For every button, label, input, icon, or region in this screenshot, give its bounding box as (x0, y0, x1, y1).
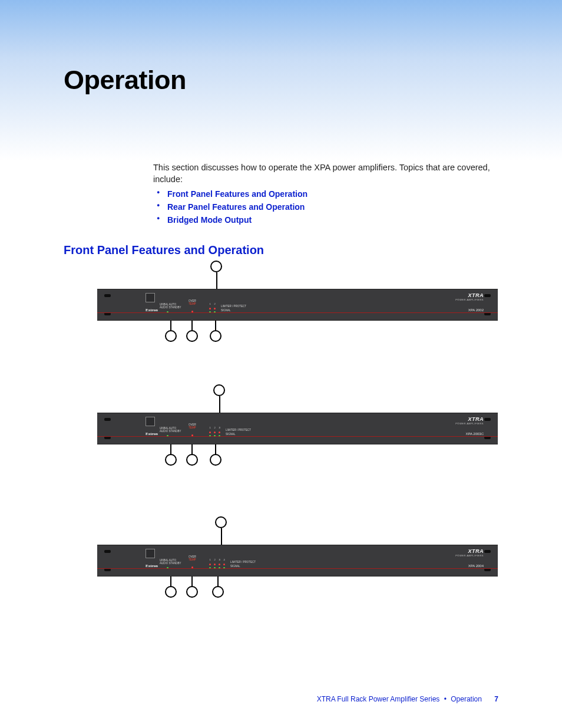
limiter-led-icon (219, 431, 220, 433)
extron-logo: Extron (146, 308, 158, 312)
channel-led-block: 1 2 (209, 302, 216, 313)
limiter-led-icon (223, 564, 225, 565)
limiter-label: LIMITER / PROTECT (226, 429, 251, 431)
limiter-label: LIMITER / PROTECT (230, 561, 256, 564)
callout-line (219, 396, 220, 413)
callout-bottom (210, 454, 222, 466)
signal-led-icon (209, 435, 211, 437)
callout-bottom (165, 454, 177, 466)
overtemp-led-icon (191, 566, 193, 568)
rack-ear-icon (104, 568, 111, 571)
energy-badge-icon (146, 549, 155, 558)
signal-led-icon (219, 567, 220, 569)
callout-bottom (212, 586, 224, 598)
rack-ear-icon (104, 550, 111, 553)
signal-led-icon (209, 567, 211, 569)
callout-top (210, 261, 222, 272)
energy-badge-icon (146, 293, 155, 302)
device-panel: UNBAL AUTO AUDIO STANDBY OVER TEMP 1 2 3… (97, 545, 498, 577)
callout-bottom (165, 330, 177, 342)
limiter-led-icon (209, 564, 211, 565)
over-temp-label: OVER TEMP (189, 300, 196, 306)
signal-led-icon (214, 567, 216, 569)
callout-top (215, 516, 227, 528)
signal-label: SIGNAL (230, 565, 240, 568)
device-panel: UNBAL AUTO AUDIO STANDBY OVER TEMP 1 2 3… (97, 413, 498, 444)
model-label: XPA 2002 (468, 308, 484, 312)
brand-logo: XTRA (468, 292, 484, 298)
brand-subtitle: POWER AMPLIFIERS (455, 422, 484, 425)
callout-top (213, 384, 225, 396)
rack-ear-icon (484, 294, 491, 297)
brand-logo: XTRA (468, 548, 484, 554)
callout-line (216, 272, 217, 289)
limiter-led-icon (209, 308, 211, 309)
model-label: XPA 2004 (468, 564, 484, 568)
callout-bottom (186, 454, 198, 466)
over-temp-label: OVER TEMP (189, 556, 196, 562)
limiter-led-icon (209, 431, 211, 433)
page-footer: XTRA Full Rack Power Amplifier Series • … (317, 695, 498, 703)
power-led-icon (167, 435, 168, 437)
footer-product: XTRA Full Rack Power Amplifier Series (317, 695, 440, 703)
power-led-icon (167, 311, 168, 313)
brand-subtitle: POWER AMPLIFIERS (455, 298, 484, 301)
overtemp-led-icon (191, 311, 193, 312)
footer-separator-icon: • (442, 695, 449, 703)
device-panel: UNBAL AUTO AUDIO STANDBY OVER TEMP 1 2 L… (97, 289, 498, 321)
callout-bottom (165, 586, 177, 598)
auto-standby-label: UNBAL AUTO AUDIO STANDBY (160, 304, 181, 309)
brand-logo: XTRA (468, 416, 484, 422)
callout-bottom (186, 330, 198, 342)
limiter-led-icon (214, 431, 216, 433)
signal-led-icon (209, 311, 211, 313)
toc-link-bridged-mode[interactable]: Bridged Mode Output (153, 213, 308, 226)
page-number: 7 (484, 695, 498, 703)
front-panel-diagram-xpa2003c: UNBAL AUTO AUDIO STANDBY OVER TEMP 1 2 3… (97, 413, 498, 444)
signal-led-icon (219, 435, 220, 437)
rack-ear-icon (104, 312, 111, 315)
toc-list: Front Panel Features and Operation Rear … (153, 187, 308, 226)
signal-led-icon (223, 567, 225, 569)
signal-label: SIGNAL (226, 433, 236, 436)
rack-ear-icon (104, 294, 111, 297)
extron-logo: Extron (146, 564, 158, 568)
rack-ear-icon (104, 418, 111, 421)
limiter-label: LIMITER / PROTECT (221, 305, 246, 308)
toc-link-front-panel[interactable]: Front Panel Features and Operation (153, 187, 308, 200)
channel-led-block: 1 2 3 (209, 426, 220, 437)
front-panel-diagram-xpa2002: UNBAL AUTO AUDIO STANDBY OVER TEMP 1 2 L… (97, 289, 498, 321)
auto-standby-label: UNBAL AUTO AUDIO STANDBY (160, 559, 181, 565)
rack-ear-icon (484, 312, 491, 315)
signal-led-icon (214, 311, 216, 313)
callout-bottom (186, 586, 198, 598)
footer-section: Operation (451, 695, 482, 703)
callout-line (221, 528, 222, 545)
auto-standby-label: UNBAL AUTO AUDIO STANDBY (160, 427, 181, 433)
limiter-led-icon (219, 564, 220, 565)
front-panel-diagram-xpa2004: UNBAL AUTO AUDIO STANDBY OVER TEMP 1 2 3… (97, 545, 498, 577)
rack-ear-icon (484, 568, 491, 571)
limiter-led-icon (214, 564, 216, 565)
limiter-led-icon (214, 308, 216, 309)
rack-ear-icon (484, 550, 491, 553)
rack-ear-icon (484, 418, 491, 421)
power-led-icon (167, 567, 168, 569)
over-temp-label: OVER TEMP (189, 424, 196, 430)
model-label: XPA 2003C (465, 432, 484, 436)
channel-led-block: 1 2 3 4 (209, 558, 225, 569)
energy-badge-icon (146, 417, 155, 426)
brand-subtitle: POWER AMPLIFIERS (455, 554, 484, 557)
page-title: Operation (64, 65, 186, 95)
intro-paragraph: This section discusses how to operate th… (153, 162, 507, 185)
rack-ear-icon (104, 436, 111, 439)
rack-ear-icon (484, 436, 491, 439)
section-heading: Front Panel Features and Operation (64, 243, 264, 257)
overtemp-led-icon (191, 434, 193, 436)
toc-link-rear-panel[interactable]: Rear Panel Features and Operation (153, 200, 308, 213)
signal-label: SIGNAL (221, 309, 231, 312)
callout-bottom (210, 330, 222, 342)
signal-led-icon (214, 435, 216, 437)
extron-logo: Extron (146, 431, 158, 436)
